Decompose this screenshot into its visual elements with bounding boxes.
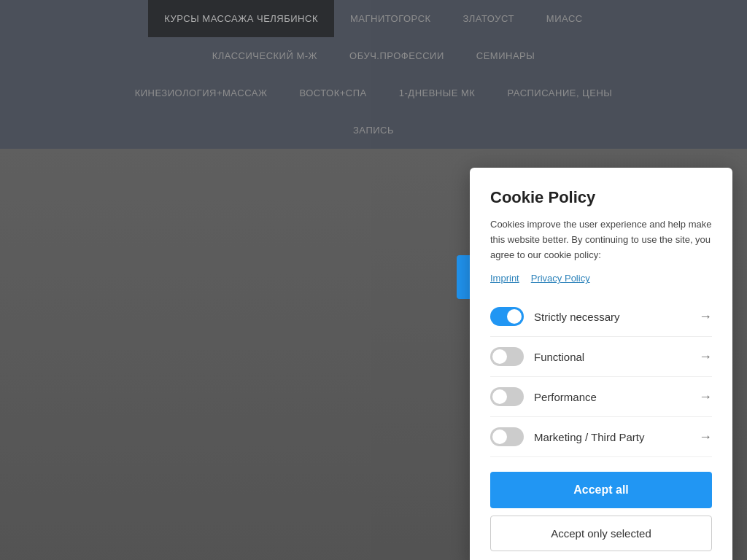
cookie-options: Strictly necessary → Functional → Perfor… <box>490 297 712 457</box>
toggle-marketing[interactable] <box>490 427 524 446</box>
option-label-strictly: Strictly necessary <box>534 311 620 323</box>
option-label-performance: Performance <box>534 391 597 403</box>
option-left-marketing: Marketing / Third Party <box>490 427 644 446</box>
option-label-functional: Functional <box>534 351 584 363</box>
option-functional: Functional → <box>490 337 712 377</box>
side-handle[interactable] <box>457 255 470 299</box>
toggle-functional[interactable] <box>490 347 524 366</box>
toggle-knob <box>492 429 507 444</box>
option-label-marketing: Marketing / Third Party <box>534 431 644 443</box>
accept-selected-button[interactable]: Accept only selected <box>490 516 712 551</box>
option-marketing: Marketing / Third Party → <box>490 417 712 457</box>
toggle-performance[interactable] <box>490 387 524 406</box>
privacy-link[interactable]: Privacy Policy <box>531 273 590 284</box>
arrow-marketing[interactable]: → <box>699 429 712 445</box>
toggle-knob <box>507 309 522 324</box>
arrow-functional[interactable]: → <box>699 349 712 365</box>
toggle-knob <box>492 349 507 364</box>
option-left-performance: Performance <box>490 387 597 406</box>
option-left-strictly: Strictly necessary <box>490 307 620 326</box>
cookie-description: Cookies improve the user experience and … <box>490 217 712 262</box>
toggle-strictly-necessary[interactable] <box>490 307 524 326</box>
option-strictly-necessary: Strictly necessary → <box>490 297 712 337</box>
arrow-performance[interactable]: → <box>699 389 712 405</box>
cookie-dialog: Cookie Policy Cookies improve the user e… <box>470 168 732 560</box>
imprint-link[interactable]: Imprint <box>490 273 519 284</box>
toggle-knob <box>492 389 507 404</box>
option-performance: Performance → <box>490 377 712 417</box>
option-left-functional: Functional <box>490 347 584 366</box>
arrow-strictly[interactable]: → <box>699 309 712 324</box>
accept-all-button[interactable]: Accept all <box>490 472 712 508</box>
cookie-links: Imprint Privacy Policy <box>490 273 712 284</box>
cookie-title: Cookie Policy <box>490 188 712 207</box>
